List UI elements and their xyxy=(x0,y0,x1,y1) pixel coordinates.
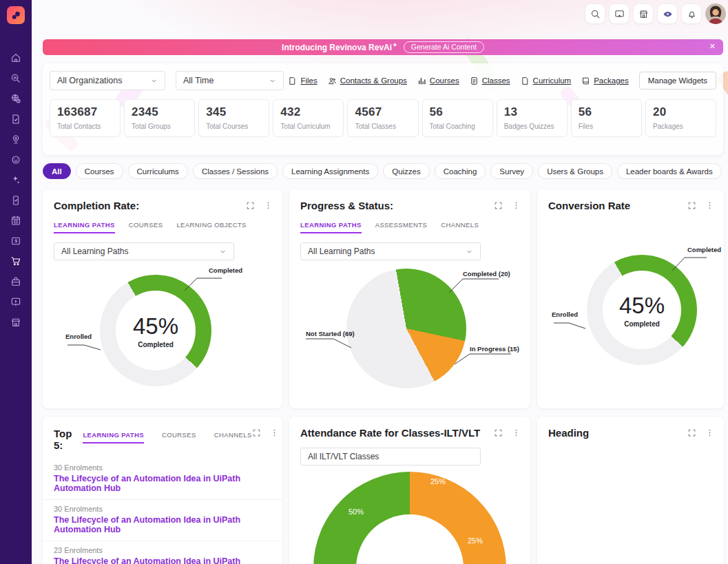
widget-conversion-rate: Conversion Rate 45% Completed Completed … xyxy=(537,189,724,408)
enrolment-count: 30 Enrolments xyxy=(54,505,271,513)
sidebar-item-assessments[interactable] xyxy=(10,194,22,207)
learning-paths-select[interactable]: All Learning Paths xyxy=(54,242,234,260)
expand-icon[interactable] xyxy=(687,428,696,437)
pill-all[interactable]: All xyxy=(43,163,71,179)
organization-select[interactable]: All Organizations xyxy=(50,71,165,90)
kebab-menu-icon[interactable] xyxy=(705,428,714,437)
sidebar-item-jobs[interactable] xyxy=(10,275,22,288)
courses-link[interactable]: Courses xyxy=(417,76,459,85)
widget-title: Completion Rate: xyxy=(54,200,139,211)
main-area: Introducing Revinova RevAi✦ Generate Ai … xyxy=(32,0,728,564)
pill-leaderboards-awards[interactable]: Leader boards & Awards xyxy=(617,163,722,179)
classes-link[interactable]: Classes xyxy=(470,76,510,85)
stats-row: 163687Total Contacts 2345Total Groups 34… xyxy=(43,90,723,137)
sidebar-item-commerce[interactable] xyxy=(10,255,22,267)
list-item: 30 Enrolments The Lifecycle of an Automa… xyxy=(43,500,282,541)
app-logo[interactable] xyxy=(7,6,25,24)
learning-path-link[interactable]: The Lifecycle of an Automation Idea in U… xyxy=(54,474,271,493)
generate-ai-content-button[interactable]: Generate Ai Content xyxy=(404,41,484,53)
donut-center-label: Completed xyxy=(138,341,174,348)
preview-button[interactable] xyxy=(657,3,678,24)
avatar-photo xyxy=(705,3,726,24)
screen-share-button[interactable] xyxy=(609,3,630,24)
chevron-down-icon xyxy=(219,248,227,255)
widget-title: Top 5: xyxy=(54,428,72,451)
kebab-menu-icon[interactable] xyxy=(512,428,521,437)
pill-courses[interactable]: Courses xyxy=(76,163,123,179)
chevron-down-icon xyxy=(150,77,158,85)
expand-icon[interactable] xyxy=(494,428,503,437)
segment-label-orange: 25% xyxy=(430,477,446,485)
enrolment-count: 30 Enrolments xyxy=(54,463,271,472)
kebab-menu-icon[interactable] xyxy=(270,428,279,437)
sidebar-item-marketplace[interactable] xyxy=(10,316,22,328)
tab-learning-paths[interactable]: LEARNING PATHS xyxy=(54,221,115,233)
list-item: 30 Enrolments The Lifecycle of an Automa… xyxy=(43,459,282,500)
tab-learning-paths[interactable]: LEARNING PATHS xyxy=(83,431,144,443)
kebab-menu-icon[interactable] xyxy=(705,201,714,210)
expand-icon[interactable] xyxy=(246,201,255,210)
sidebar-item-coaching[interactable] xyxy=(10,133,22,145)
sidebar-item-home[interactable] xyxy=(10,52,22,64)
chevron-down-icon xyxy=(466,248,473,255)
packages-link[interactable]: Packages xyxy=(581,76,629,85)
ilt-vlt-classes-select[interactable]: All ILT/VLT Classes xyxy=(300,448,481,466)
bell-icon xyxy=(687,9,697,19)
sidebar-item-insights[interactable] xyxy=(10,72,22,85)
files-link[interactable]: Files xyxy=(288,76,317,85)
kebab-menu-icon[interactable] xyxy=(264,201,273,210)
donut-percentage: 45% xyxy=(133,313,178,340)
globe-clock-icon xyxy=(10,93,21,104)
sidebar-item-media[interactable] xyxy=(10,295,22,308)
tab-channels[interactable]: CHANNELS xyxy=(441,221,479,233)
learning-path-link[interactable]: The Lifecycle of an Automation Idea in U… xyxy=(54,515,271,534)
tab-learning-paths[interactable]: LEARNING PATHS xyxy=(300,221,362,233)
sidebar-item-ai[interactable] xyxy=(10,174,22,186)
video-player-icon xyxy=(10,296,21,307)
sidebar-item-events[interactable] xyxy=(10,214,22,227)
stat-packages: 20Packages xyxy=(645,99,716,137)
expand-icon[interactable] xyxy=(252,428,261,437)
topbar xyxy=(585,3,726,24)
sidebar-item-billing[interactable] xyxy=(10,235,22,247)
chevron-down-icon xyxy=(269,77,276,85)
pill-classes-sessions[interactable]: Classes / Sessions xyxy=(193,163,278,179)
sidebar-item-engagement[interactable] xyxy=(10,154,22,166)
learning-paths-select[interactable]: All Learning Paths xyxy=(300,242,481,260)
expand-icon[interactable] xyxy=(494,201,503,210)
tab-channels[interactable]: CHANNELS xyxy=(214,431,252,443)
banner-close-icon[interactable]: ✕ xyxy=(709,42,716,51)
pill-survey[interactable]: Survey xyxy=(490,163,533,179)
pill-users-groups[interactable]: Users & Groups xyxy=(538,163,612,179)
user-avatar[interactable] xyxy=(705,3,726,24)
pill-learning-assignments[interactable]: Learning Assignments xyxy=(282,163,378,179)
marketplace-button[interactable] xyxy=(633,3,654,24)
calendar-icon xyxy=(10,215,21,226)
widget-attendance-rate: Attendance Rate for Classes-ILT/VLT All … xyxy=(289,417,530,564)
tab-assessments[interactable]: ASSESSMENTS xyxy=(375,221,428,233)
expand-icon[interactable] xyxy=(687,201,696,210)
revinova-logo-icon xyxy=(10,9,22,21)
widget-tabs: LEARNING PATHS COURSES LEARNING OBJECTS xyxy=(43,211,282,233)
pill-curriculums[interactable]: Curriculums xyxy=(128,163,188,179)
sidebar-item-community[interactable] xyxy=(10,92,22,105)
manage-widgets-button[interactable]: Manage Widgets xyxy=(639,72,716,90)
pill-coaching[interactable]: Coaching xyxy=(435,163,486,179)
conversion-donut-chart: 45% Completed Completed Enrolled xyxy=(537,189,724,408)
tab-courses[interactable]: COURSES xyxy=(162,431,196,443)
pill-quizzes[interactable]: Quizzes xyxy=(383,163,430,179)
file-icon xyxy=(288,76,297,85)
kebab-menu-icon[interactable] xyxy=(512,201,521,210)
attendance-donut-chart: 50% 25% 25% xyxy=(289,417,530,564)
learning-path-link[interactable]: The Lifecycle of an Automation Idea in U… xyxy=(54,556,271,564)
callout-completed: Completed xyxy=(687,246,721,253)
tab-learning-objects[interactable]: LEARNING OBJECTS xyxy=(176,221,246,233)
contacts-groups-link[interactable]: Contacts & Groups xyxy=(328,76,407,85)
tab-courses[interactable]: COURSES xyxy=(129,221,163,233)
time-range-select[interactable]: All Time xyxy=(176,71,284,90)
search-button[interactable] xyxy=(585,3,605,24)
sidebar-item-assignments[interactable] xyxy=(10,113,22,125)
banner-title: Introducing Revinova RevAi✦ xyxy=(282,42,397,52)
curriculum-link[interactable]: Curriculum xyxy=(521,76,572,85)
notifications-button[interactable] xyxy=(681,3,702,24)
